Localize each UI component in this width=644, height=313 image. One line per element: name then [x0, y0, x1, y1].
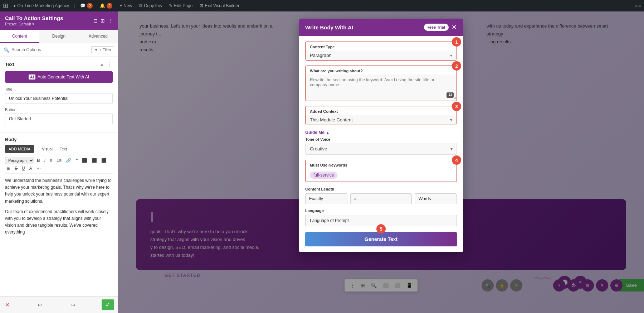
- bold-btn[interactable]: B: [35, 157, 42, 164]
- underline-btn[interactable]: U: [20, 165, 27, 172]
- length-number-input[interactable]: [350, 193, 412, 204]
- step-1-circle: 1: [452, 37, 461, 47]
- content-type-label: Content Type: [306, 42, 457, 50]
- site-icon: ●: [13, 3, 16, 8]
- body-para-2: Our team of experienced practitioners wi…: [5, 208, 113, 236]
- guide-me-toggle[interactable]: Guide Me ▲: [305, 130, 457, 135]
- guide-me-arrow-icon: ▲: [326, 131, 330, 135]
- edit-page-link[interactable]: ✎ Edit Page: [167, 0, 195, 11]
- sidebar-tabs: Content Design Advanced: [0, 30, 118, 43]
- tab-design[interactable]: Design: [39, 30, 79, 43]
- table-btn[interactable]: ⊞: [5, 165, 12, 172]
- cancel-button[interactable]: ✕: [4, 300, 11, 310]
- tone-voice-select[interactable]: Creative Professional Casual Formal: [305, 143, 457, 155]
- sidebar-header: Call To Action Settings Preset: Default …: [0, 11, 118, 30]
- writing-about-textarea[interactable]: [306, 74, 457, 100]
- content-length-label: Content Length: [305, 187, 457, 193]
- align-left-btn[interactable]: ⬛: [80, 157, 89, 164]
- keyword-value: full-service: [313, 173, 334, 178]
- exit-builder-label: Exit Visual Builder: [205, 3, 239, 8]
- paragraph-select[interactable]: Paragraph: [5, 157, 34, 164]
- content-length-section: Content Length Exactly At Least At Most: [305, 187, 457, 204]
- tone-voice-group: Tone of Voice Creative Professional Casu…: [305, 137, 457, 155]
- italic-btn[interactable]: I: [43, 157, 47, 164]
- admin-bar-right: ▪▪▪▪▪: [635, 4, 641, 8]
- button-label: Button: [5, 107, 113, 112]
- save-check-button[interactable]: ✓: [102, 299, 114, 310]
- quote-btn[interactable]: ❝: [74, 157, 79, 164]
- filter-label: + Filter: [99, 48, 111, 52]
- visual-tab[interactable]: Visual: [39, 145, 55, 153]
- more-options-icon[interactable]: ⋮: [107, 61, 113, 68]
- exactly-select[interactable]: Exactly At Least At Most: [305, 193, 347, 204]
- ai-generate-button[interactable]: AI Auto Generate Text With AI: [5, 71, 113, 83]
- modal-title: Write Body With AI: [305, 24, 353, 30]
- exit-builder-link[interactable]: ⊠ Exit Visual Builder: [197, 0, 241, 11]
- text-section-title: Text: [5, 62, 14, 67]
- sidebar-icon-grid[interactable]: ⊟: [93, 18, 98, 24]
- button-input[interactable]: [5, 114, 113, 124]
- collapse-icon[interactable]: ▲: [99, 62, 104, 67]
- sidebar-search-bar: 🔍 ▼ + Filter: [0, 43, 118, 57]
- sidebar: Call To Action Settings Preset: Default …: [0, 11, 118, 313]
- step-2-circle: 2: [452, 61, 461, 71]
- align-center-btn[interactable]: ⬛: [90, 157, 99, 164]
- text-section: Text ▲ ⋮ AI Auto Generate Text With AI T…: [0, 57, 118, 133]
- align-right-btn[interactable]: ⬛: [99, 157, 108, 164]
- ai-icon: AI: [29, 74, 35, 80]
- ai-button-label: Auto Generate Text With AI: [38, 74, 89, 80]
- modal-close-button[interactable]: ✕: [452, 24, 457, 30]
- filter-icon: ▼: [94, 48, 98, 52]
- modal-overlay: Write Body With AI Free Trial ✕ 1 Conten…: [118, 11, 644, 313]
- content-length-row: Exactly At Least At Most Words: [305, 193, 457, 204]
- generate-text-button[interactable]: Generate Text: [305, 232, 457, 246]
- bubbles-link[interactable]: 🔔 2: [98, 0, 114, 11]
- comments-icon: 💬: [80, 3, 86, 8]
- keywords-group: 4 Must Use Keywords full-service: [305, 160, 457, 182]
- modal: Write Body With AI Free Trial ✕ 1 Conten…: [299, 19, 463, 252]
- visual-text-tabs: Visual Text: [39, 145, 70, 153]
- undo-button[interactable]: ↩: [36, 300, 44, 310]
- new-link[interactable]: + New: [117, 0, 134, 11]
- admin-bar: ⊞ ● On-Time Marketing Agency | 💬 2 🔔 2 +…: [0, 0, 644, 11]
- body-label: Body: [5, 137, 113, 142]
- body-toolbar-top: ADD MEDIA Visual Text: [5, 145, 113, 153]
- wp-icon[interactable]: ⊞: [3, 2, 8, 10]
- content-type-select[interactable]: Paragraph Blog Post List: [306, 50, 457, 60]
- sidebar-icon-columns[interactable]: ⊞: [101, 18, 105, 24]
- strikethrough-btn[interactable]: S: [13, 165, 19, 172]
- keyword-tag: full-service: [310, 172, 337, 179]
- textarea-ai-icon: AI: [447, 92, 454, 98]
- sidebar-icon-more[interactable]: ⋮: [108, 18, 113, 24]
- comments-badge: 2: [87, 3, 93, 9]
- text-section-controls: ▲ ⋮: [99, 61, 113, 68]
- tone-voice-select-wrapper: Creative Professional Casual Formal: [305, 143, 457, 155]
- search-icon: 🔍: [4, 47, 9, 53]
- added-context-label: Added Context: [306, 106, 457, 115]
- step-4-circle: 4: [452, 155, 461, 165]
- tone-voice-label: Tone of Voice: [305, 137, 457, 143]
- comments-link[interactable]: 💬 2: [78, 0, 95, 11]
- sidebar-preset[interactable]: Preset: Default ▾: [5, 22, 63, 27]
- copy-this-link[interactable]: ⧉ Copy this: [137, 0, 164, 11]
- body-section: Body ADD MEDIA Visual Text Paragraph B I…: [0, 133, 118, 296]
- tab-advanced[interactable]: Advanced: [78, 30, 118, 43]
- search-input[interactable]: [11, 47, 89, 52]
- link-btn[interactable]: 🔗: [64, 157, 73, 164]
- ul-btn[interactable]: ≡: [48, 157, 54, 164]
- add-media-button[interactable]: ADD MEDIA: [5, 145, 34, 153]
- added-context-select[interactable]: This Module Content Page Content None: [306, 115, 457, 125]
- preview-area: your business. Let's turn your ideas int…: [118, 11, 644, 313]
- site-link[interactable]: ● On-Time Marketing Agency: [11, 0, 71, 11]
- more-row[interactable]: ⋯: [35, 165, 43, 172]
- title-input[interactable]: [5, 93, 113, 104]
- ol-btn[interactable]: 1≡: [55, 157, 63, 164]
- color-btn[interactable]: A: [28, 165, 34, 172]
- keywords-input-area: full-service: [306, 169, 457, 182]
- filter-button[interactable]: ▼ + Filter: [91, 46, 114, 53]
- free-trial-badge[interactable]: Free Trial: [424, 24, 449, 31]
- text-tab[interactable]: Text: [57, 145, 70, 153]
- tab-content[interactable]: Content: [0, 30, 39, 43]
- words-select[interactable]: Words Sentences Paragraphs: [415, 193, 457, 204]
- redo-button[interactable]: ↪: [69, 300, 77, 310]
